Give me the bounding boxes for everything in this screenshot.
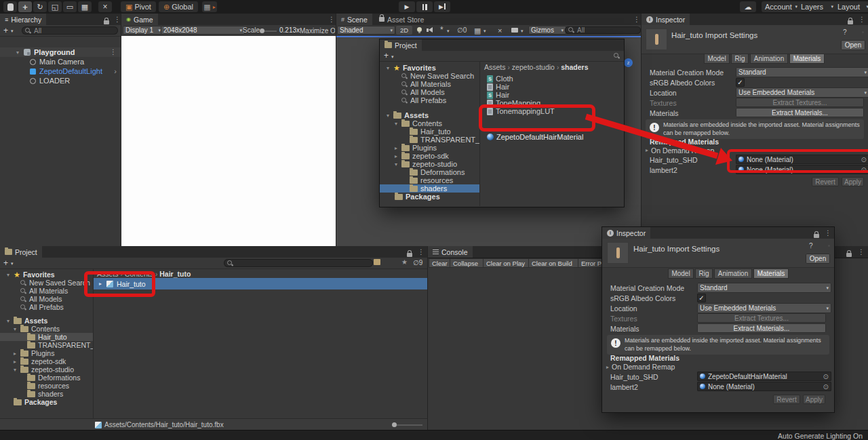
tree-resources[interactable]: resources bbox=[380, 176, 479, 184]
step-button[interactable]: ▶ bbox=[434, 1, 450, 12]
create-button[interactable]: + bbox=[3, 26, 8, 35]
tree-zepeto-sdk[interactable]: ▸zepeto-sdk bbox=[0, 357, 93, 365]
tab-rig[interactable]: Rig bbox=[731, 54, 749, 64]
extract-materials-button[interactable]: Extract Materials... bbox=[697, 323, 826, 333]
auto-generate-lighting-toggle[interactable]: Auto Generate Lighting On bbox=[778, 432, 863, 440]
tab-rig[interactable]: Rig bbox=[695, 268, 713, 279]
tab-game[interactable]: ◉Game bbox=[121, 14, 158, 25]
tree-all-materials[interactable]: All Materials bbox=[380, 80, 479, 88]
chevron-down-icon[interactable]: ▾ bbox=[447, 28, 450, 34]
hierarchy-item-loader[interactable]: LOADER bbox=[0, 76, 121, 85]
pivot-toggle[interactable]: ▣Pivot bbox=[121, 1, 156, 12]
foldout-open-icon[interactable]: ▾ bbox=[12, 367, 18, 373]
foldout-closed-icon[interactable]: ▸ bbox=[644, 147, 650, 153]
tab-inspector[interactable]: iInspector bbox=[642, 14, 690, 25]
foldout-open-icon[interactable]: ▾ bbox=[5, 272, 11, 278]
foldout-closed-icon[interactable]: ▸ bbox=[12, 351, 18, 357]
tree-favorites[interactable]: ▾★Favorites bbox=[0, 271, 93, 279]
tree-packages[interactable]: Packages bbox=[0, 398, 93, 406]
tree-shaders[interactable]: shaders bbox=[0, 390, 93, 398]
chevron-down-icon[interactable]: ▾ bbox=[484, 28, 486, 34]
grid-snap-button[interactable]: ▦▸ bbox=[202, 1, 217, 12]
gizmos-dropdown[interactable]: Gizmos▾ bbox=[528, 26, 566, 35]
hierarchy-item-scene[interactable]: ▾Playground⋮ bbox=[0, 47, 121, 57]
console-collapse-button[interactable]: Collapse bbox=[450, 258, 488, 268]
foldout-open-icon[interactable]: ▾ bbox=[12, 326, 18, 332]
tree-plugins[interactable]: ▸Plugins bbox=[0, 349, 93, 357]
foldout-open-icon[interactable]: ▾ bbox=[385, 113, 391, 119]
file-zepeto-default-hair-material[interactable]: ZepetoDefaultHairMaterial bbox=[480, 133, 624, 141]
kebab-menu-icon[interactable]: ⋮ bbox=[110, 49, 117, 56]
kebab-menu-icon[interactable]: ⋮ bbox=[859, 16, 865, 23]
layers-dropdown[interactable]: Layers▾ bbox=[797, 1, 837, 12]
open-button[interactable]: Open bbox=[841, 40, 865, 50]
breadcrumb-assets[interactable]: Assets bbox=[484, 63, 506, 71]
object-picker-icon[interactable]: ⊙ bbox=[823, 383, 829, 391]
kebab-menu-icon[interactable]: ⋮ bbox=[825, 230, 831, 237]
display-dropdown[interactable]: Display 1▾ bbox=[123, 26, 163, 35]
file-hair-2[interactable]: SHair bbox=[480, 91, 624, 99]
foldout-open-icon[interactable]: ▾ bbox=[385, 65, 391, 71]
tree-zepeto-studio[interactable]: ▾zepeto-studio bbox=[380, 160, 479, 168]
kebab-menu-icon[interactable]: ⋮ bbox=[858, 249, 865, 256]
kebab-menu-icon[interactable]: ⋮ bbox=[418, 249, 425, 256]
tree-all-models[interactable]: All Models bbox=[380, 88, 479, 96]
extract-materials-button[interactable]: Extract Materials... bbox=[736, 108, 864, 117]
tab-animation[interactable]: Animation bbox=[750, 54, 788, 64]
console-clear-on-play-button[interactable]: Clear on Play bbox=[483, 258, 533, 268]
account-dropdown[interactable]: Account▾ bbox=[762, 1, 801, 12]
tab-inspector-floating[interactable]: iInspector bbox=[602, 227, 650, 239]
tree-transparent[interactable]: TRANSPARENT_1 bbox=[0, 341, 93, 349]
breadcrumb-zepeto-studio[interactable]: zepeto-studio bbox=[512, 63, 555, 71]
tab-model[interactable]: Model bbox=[704, 54, 730, 64]
kebab-menu-icon[interactable]: ⋮ bbox=[328, 16, 335, 23]
tree-all-materials[interactable]: All Materials bbox=[0, 287, 93, 295]
create-button[interactable]: + bbox=[384, 51, 389, 60]
camera-settings-icon[interactable] bbox=[511, 28, 518, 33]
scale-slider-knob[interactable] bbox=[260, 28, 264, 33]
object-picker-icon[interactable]: ⊙ bbox=[823, 373, 829, 380]
chevron-down-icon[interactable]: ▾ bbox=[521, 28, 524, 34]
tree-plugins[interactable]: ▸Plugins bbox=[380, 144, 479, 152]
transform-tool-button[interactable]: ▦ bbox=[78, 1, 92, 12]
grid-visibility-icon[interactable]: ▦ bbox=[474, 26, 481, 35]
maximize-on-play-toggle[interactable]: Maximize On Play bbox=[300, 26, 335, 35]
kebab-menu-icon[interactable]: ⋮ bbox=[633, 16, 640, 23]
scene-gizmo-z[interactable]: z bbox=[624, 58, 633, 67]
location-dropdown[interactable]: Use Embedded Materials▾ bbox=[736, 87, 868, 98]
tree-contents[interactable]: ▾Contents bbox=[0, 325, 93, 333]
tree-assets[interactable]: ▾Assets bbox=[380, 111, 479, 119]
tab-model[interactable]: Model bbox=[668, 268, 694, 279]
lock-icon[interactable] bbox=[846, 250, 852, 258]
component-tools-icon[interactable]: × bbox=[498, 26, 502, 35]
global-toggle[interactable]: ⊕Global bbox=[159, 1, 198, 12]
tree-all-prefabs[interactable]: All Prefabs bbox=[380, 96, 479, 104]
resolution-dropdown[interactable]: 2048x2048▾ bbox=[161, 26, 245, 35]
tree-transparent[interactable]: TRANSPARENT_1 bbox=[380, 136, 479, 144]
hidden-objects-icon[interactable]: ∅0 bbox=[457, 26, 467, 34]
foldout-open-icon[interactable]: ▾ bbox=[15, 49, 20, 56]
project-search-input[interactable] bbox=[224, 259, 373, 267]
chevron-down-icon[interactable]: ▾ bbox=[11, 261, 14, 266]
custom-tool-button[interactable]: × bbox=[98, 1, 112, 12]
tab-materials[interactable]: Materials bbox=[789, 54, 825, 64]
layout-dropdown[interactable]: Layout▾ bbox=[834, 1, 868, 12]
chevron-down-icon[interactable]: ▾ bbox=[11, 28, 14, 34]
tree-packages[interactable]: Packages bbox=[380, 193, 479, 201]
tree-assets[interactable]: ▾Assets bbox=[0, 317, 93, 325]
srgb-albedo-checkbox[interactable]: ✓ bbox=[736, 78, 745, 87]
move-tool-button[interactable]: + bbox=[18, 1, 32, 12]
kebab-menu-icon[interactable]: ⋮ bbox=[114, 16, 121, 23]
prefab-chevron-icon[interactable]: › bbox=[114, 67, 117, 75]
tab-hierarchy[interactable]: ≡Hierarchy bbox=[0, 14, 46, 25]
create-button[interactable]: + bbox=[3, 258, 8, 268]
material-slot2-field[interactable]: None (Material)⊙ bbox=[697, 382, 831, 391]
tree-zepeto-sdk[interactable]: ▸zepeto-sdk bbox=[380, 152, 479, 160]
foldout-closed-icon[interactable]: ▸ bbox=[393, 153, 399, 159]
pause-button[interactable] bbox=[416, 1, 433, 12]
effects-toggle-icon[interactable]: * bbox=[440, 25, 443, 35]
tab-project[interactable]: Project bbox=[0, 246, 42, 258]
foldout-open-icon[interactable]: ▾ bbox=[5, 318, 11, 324]
tree-all-models[interactable]: All Models bbox=[0, 295, 93, 303]
tab-scene[interactable]: #Scene bbox=[336, 14, 372, 25]
